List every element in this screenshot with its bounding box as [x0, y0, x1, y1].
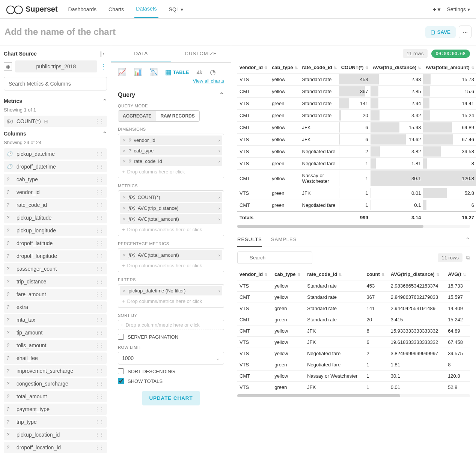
collapse-left-icon[interactable]: |← [100, 51, 107, 57]
sort-desc-row[interactable]: SORT DESCENDING [118, 368, 224, 374]
nav-sql[interactable]: SQL ▾ [167, 1, 185, 18]
drag-handle-icon[interactable]: ⋮⋮ [95, 215, 104, 220]
column-item[interactable]: ?improvement_surcharge⋮⋮ [4, 365, 107, 377]
drag-handle-icon[interactable]: ⋮⋮ [95, 343, 104, 348]
sort-icon[interactable]: ⇅ [381, 273, 384, 277]
column-item[interactable]: ?cab_type⋮⋮ [4, 174, 107, 185]
column-header[interactable]: rate_code_id⇅ [300, 62, 339, 74]
chevron-right-icon[interactable]: › [218, 158, 220, 164]
column-item[interactable]: ?total_amount⋮⋮ [4, 391, 107, 402]
server-pagination-checkbox[interactable] [118, 334, 124, 340]
drag-handle-icon[interactable]: ⋮⋮ [95, 368, 104, 374]
column-item[interactable]: ?trip_type⋮⋮ [4, 416, 107, 428]
column-header[interactable]: vendor_id⇅ [237, 268, 272, 280]
column-header[interactable]: AVG(total_amount)⇅ [423, 62, 476, 74]
column-header[interactable]: COUNT(*)⇅ [339, 62, 371, 74]
nav-dashboards[interactable]: Dashboards [67, 1, 98, 18]
drag-handle-icon[interactable]: ⋮⋮ [95, 381, 104, 386]
remove-chip-icon[interactable]: × [122, 205, 127, 211]
drag-handle-icon[interactable]: ⋮⋮ [95, 419, 104, 425]
column-item[interactable]: ?ehail_fee⋮⋮ [4, 352, 107, 364]
nav-datasets[interactable]: Datasets [134, 0, 158, 18]
column-header[interactable]: AVG(trip_distance)⇅ [389, 268, 446, 280]
sort-icon[interactable]: ⇅ [471, 66, 474, 70]
column-item[interactable]: ?passenger_count⋮⋮ [4, 263, 107, 274]
results-search-input[interactable] [237, 252, 312, 264]
search-metrics-input[interactable] [4, 77, 107, 90]
column-item[interactable]: ?vendor_id⋮⋮ [4, 187, 107, 198]
drag-handle-icon[interactable]: ⋮⋮ [95, 164, 104, 169]
drag-handle-icon[interactable]: ⋮⋮ [95, 119, 104, 124]
column-item[interactable]: ?tolls_amount⋮⋮ [4, 340, 107, 351]
column-header[interactable]: cab_type⇅ [272, 268, 305, 280]
column-item[interactable]: 🕐dropoff_datetime⋮⋮ [4, 161, 107, 172]
metric-item[interactable]: f(x)COUNT(*)⊞⋮⋮ [4, 116, 107, 127]
sort-icon[interactable]: ⇅ [339, 273, 342, 277]
drag-handle-icon[interactable]: ⋮⋮ [95, 253, 104, 259]
drag-handle-icon[interactable]: ⋮⋮ [95, 151, 104, 157]
sort-drop[interactable]: +Drop a column/metric here or click [118, 320, 224, 330]
column-item[interactable]: ?dropoff_location_id⋮⋮ [4, 442, 107, 453]
dataset-chip[interactable]: public.trips_2018 [15, 60, 97, 72]
remove-chip-icon[interactable]: × [122, 252, 127, 258]
sort-icon[interactable]: ⇅ [295, 66, 298, 70]
drag-handle-icon[interactable]: ⋮⋮ [95, 407, 104, 412]
chip[interactable]: ×?cab_type› [120, 146, 222, 155]
drag-handle-icon[interactable]: ⋮⋮ [95, 190, 104, 195]
update-chart-button[interactable]: UPDATE CHART [142, 391, 199, 405]
column-header[interactable]: rate_code_id⇅ [305, 268, 364, 280]
sort-icon[interactable]: ⇅ [334, 66, 337, 70]
row-limit-select[interactable]: 1000 ⌄ [118, 352, 224, 365]
chip[interactable]: ×?vendor_id› [120, 136, 222, 145]
show-totals-row[interactable]: SHOW TOTALS [118, 378, 224, 384]
view-all-charts-link[interactable]: View all charts [193, 78, 224, 84]
chevron-right-icon[interactable]: › [218, 137, 220, 143]
chip[interactable]: ×pickup_datetime (No filter)› [120, 286, 222, 295]
results-table-wrap[interactable]: vendor_id⇅cab_type⇅rate_code_id⇅count⇅AV… [237, 268, 470, 470]
chip[interactable]: ×?rate_code_id› [120, 157, 222, 166]
chip[interactable]: ×f(x)AVG(trip_distance)› [120, 203, 222, 213]
drag-handle-icon[interactable]: ⋮⋮ [95, 228, 104, 233]
main-table-wrap[interactable]: vendor_id⇅cab_type⇅rate_code_id⇅COUNT(*)… [231, 62, 476, 223]
collapse-results-icon[interactable]: ⌃ [465, 237, 470, 247]
chip[interactable]: ×f(x)COUNT(*)› [120, 192, 222, 202]
chart-title-input[interactable]: Add the name of the chart [5, 27, 422, 37]
chevron-right-icon[interactable]: › [218, 148, 220, 154]
remove-chip-icon[interactable]: × [122, 148, 127, 154]
chevron-right-icon[interactable]: › [218, 194, 220, 200]
column-header[interactable]: cab_type⇅ [270, 62, 300, 74]
drop-hint[interactable]: +Drop columns/metrics here or click [120, 261, 222, 270]
chevron-right-icon[interactable]: › [218, 288, 220, 294]
drag-handle-icon[interactable]: ⋮⋮ [95, 279, 104, 284]
sort-icon[interactable]: ⇅ [264, 273, 267, 277]
column-item[interactable]: ?mta_tax⋮⋮ [4, 314, 107, 325]
more-button[interactable]: ⋯ [459, 26, 471, 38]
save-button[interactable]: ▢ SAVE [425, 26, 456, 38]
column-item[interactable]: ?rate_code_id⋮⋮ [4, 199, 107, 211]
chevron-right-icon[interactable]: › [218, 252, 220, 258]
sort-icon[interactable]: ⇅ [297, 273, 300, 277]
drag-handle-icon[interactable]: ⋮⋮ [95, 202, 104, 208]
drag-handle-icon[interactable]: ⋮⋮ [95, 445, 104, 450]
server-pagination-row[interactable]: SERVER PAGINATION [118, 334, 224, 340]
column-item[interactable]: 🕐pickup_datetime⋮⋮ [4, 148, 107, 160]
logo[interactable]: ◯◯ Superset [6, 5, 58, 14]
mode-raw[interactable]: RAW RECORDS [156, 111, 199, 121]
copy-icon[interactable]: ⧉ [466, 255, 470, 261]
column-header[interactable]: count⇅ [364, 268, 388, 280]
drag-handle-icon[interactable]: ⋮⋮ [95, 241, 104, 246]
column-item[interactable]: ?pickup_longitude⋮⋮ [4, 225, 107, 236]
column-item[interactable]: ?congestion_surcharge⋮⋮ [4, 378, 107, 389]
drag-handle-icon[interactable]: ⋮⋮ [95, 356, 104, 361]
remove-chip-icon[interactable]: × [122, 194, 127, 200]
chip[interactable]: ×f(x)AVG(total_amount)› [120, 214, 222, 224]
drag-handle-icon[interactable]: ⋮⋮ [95, 317, 104, 322]
column-item[interactable]: ?pickup_location_id⋮⋮ [4, 429, 107, 440]
drop-hint[interactable]: +Drop columns/metrics here or click [120, 297, 222, 306]
chevron-right-icon[interactable]: › [218, 216, 220, 222]
column-item[interactable]: ?dropoff_latitude⋮⋮ [4, 238, 107, 249]
viz-table[interactable]: ▦ TABLE [165, 68, 189, 76]
sort-desc-checkbox[interactable] [118, 368, 124, 374]
tab-results[interactable]: RESULTS [237, 237, 262, 247]
sort-icon[interactable]: ⇅ [418, 66, 421, 70]
